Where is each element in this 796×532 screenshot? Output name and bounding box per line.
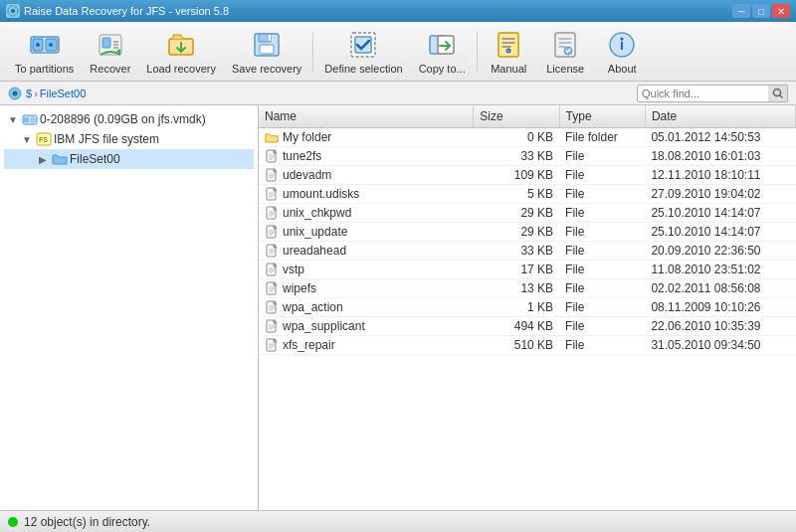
toolbar-sep-1 <box>312 32 313 72</box>
title-bar-left: Raise Data Recovery for JFS - version 5.… <box>6 4 229 18</box>
tree-item-jfs[interactable]: ▼ FS IBM JFS file system <box>4 129 254 149</box>
svg-text:FS: FS <box>39 136 48 143</box>
file-icon <box>265 206 279 220</box>
path-root[interactable]: $ <box>26 88 32 99</box>
cell-name: umount.udisks <box>259 185 474 204</box>
license-label: License <box>546 63 584 75</box>
col-header-date[interactable]: Date <box>645 105 795 128</box>
cell-type: File folder <box>559 128 645 147</box>
file-icon <box>265 281 279 295</box>
path-fileset[interactable]: FileSet00 <box>40 88 86 99</box>
title-bar: Raise Data Recovery for JFS - version 5.… <box>0 0 796 22</box>
table-header-row: Name Size Type Date <box>259 105 796 128</box>
cell-size: 0 KB <box>474 128 559 147</box>
to-partitions-button[interactable]: To partitions <box>8 26 81 78</box>
status-bar: 12 object(s) in directory. <box>0 510 796 532</box>
address-bar: $ › FileSet00 <box>0 82 796 105</box>
define-selection-button[interactable]: Define selection <box>317 26 409 78</box>
copy-to-button[interactable]: Copy to... <box>412 26 473 78</box>
table-row[interactable]: udevadm 109 KB File 12.11.2010 18:10:11 <box>259 166 796 185</box>
col-header-size[interactable]: Size <box>474 105 559 128</box>
cell-size: 1 KB <box>474 298 559 317</box>
fileset-label: FileSet00 <box>70 152 120 166</box>
maximize-button[interactable]: □ <box>752 4 770 18</box>
load-recovery-label: Load recovery <box>146 63 216 75</box>
cell-size: 17 KB <box>474 261 559 279</box>
manual-button[interactable]: ? Manual <box>482 26 536 78</box>
svg-rect-32 <box>24 117 29 122</box>
cell-type: File <box>559 185 645 204</box>
file-name-label: My folder <box>283 130 331 144</box>
table-row[interactable]: wipefs 13 KB File 02.02.2011 08:56:08 <box>259 279 796 298</box>
table-row[interactable]: umount.udisks 5 KB File 27.09.2010 19:04… <box>259 185 796 204</box>
tree-toggle-fileset[interactable]: ▶ <box>36 152 50 166</box>
file-icon <box>265 244 279 258</box>
cell-name: vstp <box>259 261 474 279</box>
cell-date: 27.09.2010 19:04:02 <box>645 185 795 204</box>
file-name-label: xfs_repair <box>283 338 335 352</box>
table-row[interactable]: vstp 17 KB File 11.08.2010 23:51:02 <box>259 261 796 279</box>
file-icon <box>265 319 279 333</box>
cell-type: File <box>559 336 645 355</box>
table-row[interactable]: ureadahead 33 KB File 20.09.2010 22:36:5… <box>259 242 796 261</box>
svg-rect-14 <box>269 35 271 41</box>
drive-label: 0-208896 (0.09GB on jfs.vmdk) <box>40 112 206 126</box>
cell-size: 29 KB <box>474 223 559 242</box>
file-name-label: wipefs <box>283 281 316 295</box>
cell-type: File <box>559 279 645 298</box>
load-recovery-button[interactable]: Load recovery <box>139 26 223 78</box>
col-header-name[interactable]: Name <box>259 105 474 128</box>
table-row[interactable]: wpa_action 1 KB File 08.11.2009 10:10:26 <box>259 298 796 317</box>
tree-toggle-drive[interactable]: ▼ <box>6 112 20 126</box>
svg-point-34 <box>32 119 34 121</box>
table-row[interactable]: unix_update 29 KB File 25.10.2010 14:14:… <box>259 223 796 242</box>
define-icon <box>347 29 379 61</box>
file-name-label: ureadahead <box>283 244 346 258</box>
tree-toggle-jfs[interactable]: ▼ <box>20 132 34 146</box>
load-icon <box>165 29 197 61</box>
quick-find-input[interactable] <box>637 85 786 102</box>
file-panel: Name Size Type Date My folder 0 KB File … <box>259 105 796 510</box>
license-button[interactable]: License <box>538 26 593 78</box>
svg-point-6 <box>49 43 53 47</box>
main-content: ▼ 0-208896 (0.09GB on jfs.vmdk) ▼ FS I <box>0 105 796 510</box>
define-selection-label: Define selection <box>324 63 402 75</box>
title-bar-controls: ─ □ ✕ <box>732 4 790 18</box>
file-name-label: unix_chkpwd <box>283 206 351 220</box>
search-button[interactable] <box>768 85 788 102</box>
cell-size: 510 KB <box>474 336 559 355</box>
table-row[interactable]: tune2fs 33 KB File 18.08.2010 16:01:03 <box>259 147 796 166</box>
table-row[interactable]: unix_chkpwd 29 KB File 25.10.2010 14:14:… <box>259 204 796 223</box>
about-button[interactable]: i About <box>595 26 650 78</box>
tree-item-drive[interactable]: ▼ 0-208896 (0.09GB on jfs.vmdk) <box>4 109 254 129</box>
svg-point-5 <box>36 43 40 47</box>
manual-label: Manual <box>491 63 526 75</box>
save-recovery-button[interactable]: Save recovery <box>225 26 308 78</box>
tree-item-fileset[interactable]: ▶ FileSet00 <box>4 149 254 169</box>
manual-icon: ? <box>493 29 524 61</box>
copy-to-label: Copy to... <box>419 63 466 75</box>
drive-icon <box>22 111 38 127</box>
recover-button[interactable]: Recover <box>83 26 137 78</box>
minimize-button[interactable]: ─ <box>732 4 750 18</box>
cell-name: wipefs <box>259 279 474 298</box>
file-table: Name Size Type Date My folder 0 KB File … <box>259 105 796 355</box>
cell-name: wpa_action <box>259 298 474 317</box>
cell-size: 33 KB <box>474 242 559 261</box>
cell-date: 08.11.2009 10:10:26 <box>645 298 795 317</box>
toolbar-sep-2 <box>477 32 478 72</box>
table-row[interactable]: xfs_repair 510 KB File 31.05.2010 09:34:… <box>259 336 796 355</box>
file-name-label: unix_update <box>283 225 347 239</box>
cell-type: File <box>559 204 645 223</box>
col-header-type[interactable]: Type <box>559 105 645 128</box>
cell-name: wpa_supplicant <box>259 317 474 336</box>
cell-type: File <box>559 242 645 261</box>
cell-name: udevadm <box>259 166 474 185</box>
table-row[interactable]: wpa_supplicant 494 KB File 22.06.2010 10… <box>259 317 796 336</box>
table-row[interactable]: My folder 0 KB File folder 05.01.2012 14… <box>259 128 796 147</box>
drive-icon-small <box>8 87 22 100</box>
close-button[interactable]: ✕ <box>772 4 790 18</box>
cell-type: File <box>559 166 645 185</box>
cell-type: File <box>559 147 645 166</box>
recover-label: Recover <box>90 63 130 75</box>
